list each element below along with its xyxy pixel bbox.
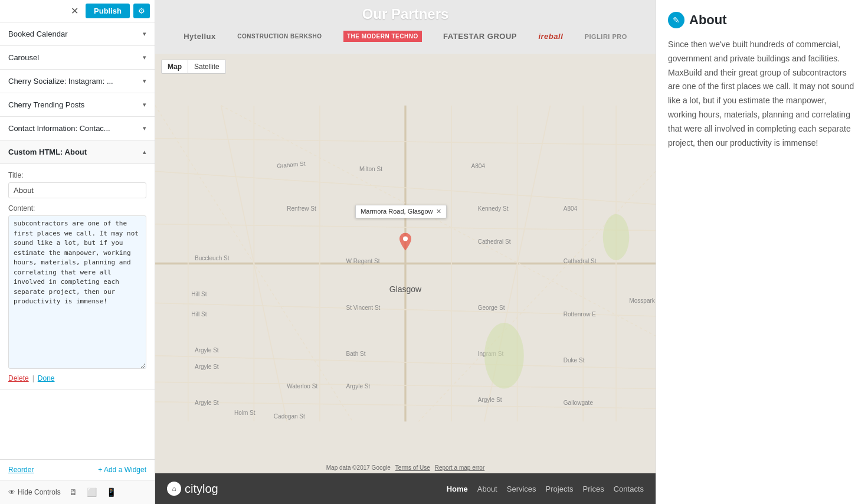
svg-text:Renfrew St: Renfrew St	[287, 205, 316, 212]
footer-nav-home[interactable]: Home	[447, 485, 468, 493]
svg-text:Argyle St: Argyle St	[195, 400, 219, 406]
widget-expanded-body: Title: Content: Delete | Done	[0, 164, 155, 390]
chevron-down-icon: ▾	[143, 125, 146, 132]
add-widget-button[interactable]: + Add a Widget	[98, 466, 146, 474]
svg-text:Argyle St: Argyle St	[195, 364, 219, 370]
partner-pigliri: PIGLIRI PRO	[585, 33, 627, 40]
about-edit-icon: ✎	[668, 12, 684, 28]
partners-logos: Hytellux CONSTRUCTION BERKSHO THE MODERN…	[167, 31, 644, 42]
chevron-up-icon: ▴	[143, 148, 146, 156]
partner-hytellux: Hytellux	[184, 32, 216, 41]
close-popup-icon[interactable]: ✕	[436, 208, 441, 215]
map-pin	[399, 233, 411, 252]
svg-text:Rottenrow E: Rottenrow E	[564, 311, 597, 318]
hide-controls-button[interactable]: 👁 Hide Controls	[8, 488, 61, 496]
eye-icon: 👁	[8, 488, 15, 496]
done-button[interactable]: Done	[38, 374, 55, 382]
svg-text:Mosspark: Mosspark	[629, 297, 655, 304]
gear-button[interactable]: ⚙	[133, 4, 150, 18]
sidebar-bottom-bar: 👁 Hide Controls 🖥 ⬜ 📱	[0, 480, 155, 504]
widget-label-contact-info: Contact Information: Contac...	[8, 124, 110, 133]
sidebar-header: ✕ Publish ⚙	[0, 0, 155, 22]
svg-text:Milton St: Milton St	[359, 166, 382, 172]
chevron-down-icon: ▾	[143, 30, 146, 38]
sidebar-scroll[interactable]: Booked Calendar ▾ Carousel ▾ Cherry Soci…	[0, 22, 155, 459]
about-panel-title: About	[689, 12, 727, 28]
map-popup: Marmora Road, Glasgow ✕	[355, 205, 447, 218]
close-button[interactable]: ✕	[67, 4, 82, 18]
terms-link[interactable]: Terms of Use	[395, 464, 430, 471]
title-input[interactable]	[8, 182, 146, 198]
svg-text:Hill St: Hill St	[191, 311, 207, 318]
svg-text:Bath St: Bath St	[346, 351, 366, 357]
report-link[interactable]: Report a map error	[435, 464, 484, 471]
footer-logo-icon: ⌂	[167, 482, 181, 496]
widget-item-cherry-socialize[interactable]: Cherry Socialize: Instagram: ... ▾	[0, 70, 155, 93]
footer-logo: ⌂ citylog	[167, 482, 218, 496]
svg-text:Cathedral St: Cathedral St	[478, 238, 511, 245]
widget-label-carousel: Carousel	[8, 53, 39, 62]
partner-fatestar: FATESTAR GROUP	[443, 32, 517, 41]
widget-expanded-header[interactable]: Custom HTML: About ▴	[0, 140, 155, 164]
about-header: ✎ About	[668, 12, 856, 28]
footer-nav-prices[interactable]: Prices	[583, 485, 604, 493]
widget-label-custom-html: Custom HTML: About	[8, 148, 87, 156]
svg-text:Buccleuch St: Buccleuch St	[195, 255, 230, 261]
partners-section: Our Partners Hytellux CONSTRUCTION BERKS…	[155, 0, 656, 54]
widget-label-cherry-socialize: Cherry Socialize: Instagram: ...	[8, 77, 113, 86]
widget-item-carousel[interactable]: Carousel ▾	[0, 46, 155, 70]
tablet-view-button[interactable]: ⬜	[86, 486, 98, 498]
main-content: Our Partners Hytellux CONSTRUCTION BERKS…	[155, 0, 656, 504]
widget-label-booked-calendar: Booked Calendar	[8, 30, 67, 38]
svg-point-50	[484, 323, 524, 389]
svg-text:Waterloo St: Waterloo St	[287, 383, 317, 390]
content-textarea[interactable]	[8, 215, 146, 369]
svg-text:Cadogan St: Cadogan St	[274, 413, 305, 420]
about-panel-text: Since then we've built hundreds of comme…	[668, 38, 856, 150]
svg-text:Cathedral St: Cathedral St	[564, 258, 597, 265]
popup-text: Marmora Road, Glasgow	[361, 208, 433, 215]
svg-text:Hill St: Hill St	[191, 291, 207, 297]
widget-label-cherry-trending: Cherry Trending Posts	[8, 100, 84, 109]
hide-controls-label: Hide Controls	[18, 488, 61, 496]
partner-berksho: CONSTRUCTION BERKSHO	[237, 33, 322, 40]
title-label: Title:	[8, 171, 146, 179]
chevron-down-icon: ▾	[143, 54, 146, 61]
svg-text:Gallowgate: Gallowgate	[564, 400, 594, 406]
partner-fireball: ireball	[538, 32, 563, 41]
map-button[interactable]: Map	[161, 60, 188, 74]
widget-item-cherry-trending[interactable]: Cherry Trending Posts ▾	[0, 93, 155, 117]
footer-nav: Home About Services Projects Prices Cont…	[447, 485, 644, 493]
footer-nav-about[interactable]: About	[477, 485, 497, 493]
desktop-view-button[interactable]: 🖥	[68, 486, 78, 498]
mobile-view-button[interactable]: 📱	[105, 486, 117, 498]
satellite-button[interactable]: Satellite	[188, 60, 226, 74]
widget-custom-html-about: Custom HTML: About ▴ Title: Content: Del…	[0, 140, 155, 390]
svg-point-52	[403, 236, 408, 241]
widget-item-booked-calendar[interactable]: Booked Calendar ▾	[0, 22, 155, 46]
sidebar-footer: Reorder + Add a Widget	[0, 459, 155, 480]
reorder-button[interactable]: Reorder	[8, 466, 34, 474]
svg-text:A804: A804	[564, 205, 578, 212]
svg-text:Kennedy St: Kennedy St	[478, 205, 509, 212]
map-city-label: Glasgow	[389, 284, 421, 294]
svg-text:A804: A804	[471, 163, 486, 169]
map-section[interactable]: Map Satellite	[155, 54, 656, 473]
right-panel: ✎ About Since then we've built hundreds …	[656, 0, 868, 504]
delete-button[interactable]: Delete	[8, 374, 29, 382]
publish-button[interactable]: Publish	[86, 4, 130, 18]
footer-nav-projects[interactable]: Projects	[546, 485, 574, 493]
svg-point-51	[603, 214, 630, 260]
widget-actions: Delete | Done	[8, 374, 146, 382]
footer-logo-text: citylog	[185, 482, 218, 496]
action-separator: |	[32, 374, 34, 382]
site-footer: ⌂ citylog Home About Services Projects P…	[155, 473, 656, 504]
partners-title: Our Partners	[167, 6, 644, 22]
footer-nav-services[interactable]: Services	[507, 485, 536, 493]
sidebar: ✕ Publish ⚙ Booked Calendar ▾ Carousel ▾…	[0, 0, 155, 504]
footer-nav-contacts[interactable]: Contacts	[614, 485, 644, 493]
widget-item-contact-info[interactable]: Contact Information: Contac... ▾	[0, 117, 155, 140]
partner-modern-techno: THE MODERN TECHNO	[343, 31, 422, 42]
svg-text:Argyle St: Argyle St	[478, 397, 502, 403]
chevron-down-icon: ▾	[143, 77, 146, 85]
